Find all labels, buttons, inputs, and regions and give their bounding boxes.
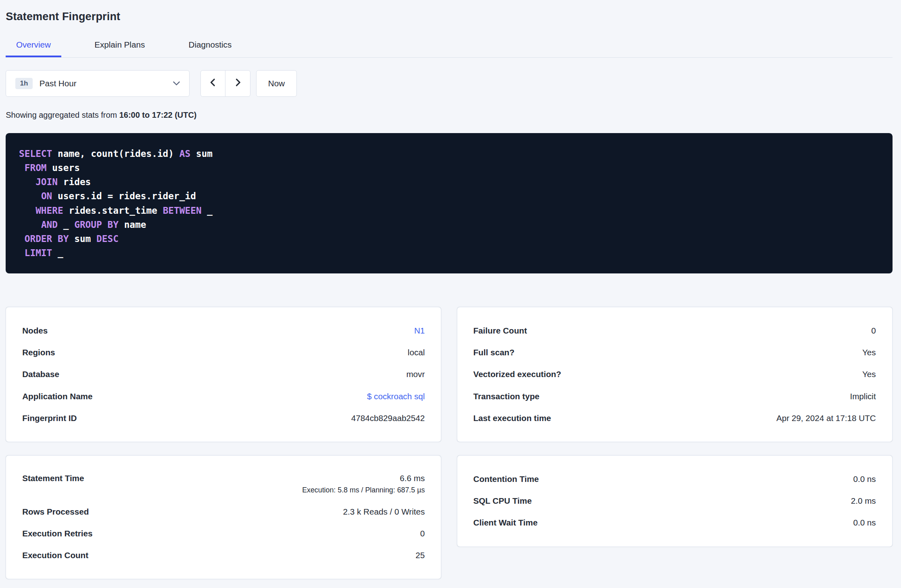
sql-line: ON users.id = rides.rider_id	[19, 189, 879, 203]
row-value: 2.0 ms	[851, 496, 876, 506]
row-full-scan: Full scan? Yes	[473, 342, 876, 363]
page-title: Statement Fingerprint	[6, 10, 892, 23]
summary-cards: Nodes N1 Regions local Database movr App…	[6, 307, 892, 588]
row-rows-processed: Rows Processed 2.3 k Reads / 0 Writes	[22, 501, 425, 523]
range-step-group	[200, 70, 250, 97]
statement-fingerprint-page: Statement Fingerprint Overview Explain P…	[0, 0, 901, 588]
time-range-dropdown[interactable]: 1h Past Hour	[6, 70, 190, 97]
row-label: SQL CPU Time	[473, 496, 532, 506]
row-label: Nodes	[22, 326, 48, 336]
sql-code: SELECT name, count(rides.id) AS sum FROM…	[19, 147, 879, 261]
sql-line: JOIN rides	[19, 175, 879, 189]
row-fingerprint-id: Fingerprint ID 4784cb829aab2542	[22, 407, 425, 429]
row-label: Application Name	[22, 392, 92, 401]
row-value: 4784cb829aab2542	[351, 413, 425, 423]
row-label: Execution Retries	[22, 529, 92, 538]
sql-line: ORDER BY sum DESC	[19, 232, 879, 246]
row-execution-retries: Execution Retries 0	[22, 523, 425, 544]
tab-overview[interactable]: Overview	[6, 34, 61, 57]
row-value: movr	[406, 369, 425, 379]
row-database: Database movr	[22, 363, 425, 385]
chevron-right-icon	[233, 78, 242, 89]
row-label: Last execution time	[473, 413, 551, 423]
row-label: Rows Processed	[22, 507, 89, 517]
application-name-link[interactable]: $ cockroach sql	[367, 392, 425, 401]
row-label: Client Wait Time	[473, 518, 538, 528]
aggregated-stats-text: Showing aggregated stats from 16:00 to 1…	[6, 111, 892, 120]
row-value: 6.6 ms Execution: 5.8 ms / Planning: 687…	[302, 473, 425, 494]
row-vectorized-execution: Vectorized execution? Yes	[473, 363, 876, 385]
row-regions: Regions local	[22, 342, 425, 363]
row-value: 25	[415, 550, 425, 560]
row-label: Full scan?	[473, 348, 515, 357]
execution-attributes-card: Failure Count 0 Full scan? Yes Vectorize…	[457, 307, 893, 442]
row-value: 0.0 ns	[853, 474, 876, 484]
row-execution-count: Execution Count 25	[22, 544, 425, 566]
row-value: local	[408, 348, 425, 357]
row-label: Statement Time	[22, 473, 84, 483]
nodes-link[interactable]: N1	[414, 326, 425, 336]
row-client-wait-time: Client Wait Time 0.0 ns	[473, 512, 876, 534]
sql-line: AND _ GROUP BY name	[19, 218, 879, 232]
row-value: Yes	[862, 348, 876, 357]
prev-range-button[interactable]	[200, 70, 226, 97]
row-application-name: Application Name $ cockroach sql	[22, 385, 425, 407]
chevron-down-icon	[173, 81, 180, 85]
row-value: 0.0 ns	[853, 518, 876, 528]
row-label: Vectorized execution?	[473, 369, 561, 379]
row-transaction-type: Transaction type Implicit	[473, 385, 876, 407]
time-range-label: Past Hour	[40, 79, 77, 88]
row-value: 2.3 k Reads / 0 Writes	[343, 507, 425, 517]
chevron-left-icon	[209, 78, 218, 89]
row-value: Apr 29, 2024 at 17:18 UTC	[776, 413, 876, 423]
row-sql-cpu-time: SQL CPU Time 2.0 ms	[473, 490, 876, 512]
sql-line: WHERE rides.start_time BETWEEN _	[19, 204, 879, 218]
tab-explain-plans[interactable]: Explain Plans	[84, 34, 155, 57]
time-controls: 1h Past Hour Now	[6, 70, 892, 97]
sql-line: SELECT name, count(rides.id) AS sum	[19, 147, 879, 161]
row-value: 0	[420, 529, 425, 538]
sql-statement-box: SELECT name, count(rides.id) AS sum FROM…	[6, 133, 892, 273]
row-label: Database	[22, 369, 59, 379]
tab-bar: Overview Explain Plans Diagnostics	[6, 34, 892, 58]
row-value: Implicit	[850, 392, 876, 401]
now-button[interactable]: Now	[256, 70, 296, 97]
overview-card: Nodes N1 Regions local Database movr App…	[6, 307, 441, 442]
stats-range: 16:00 to 17:22 (UTC)	[119, 111, 197, 119]
row-label: Contention Time	[473, 474, 539, 484]
time-range-badge: 1h	[15, 78, 33, 89]
stats-prefix: Showing aggregated stats from	[6, 111, 119, 119]
statement-time-value: 6.6 ms	[302, 473, 425, 483]
next-range-button[interactable]	[225, 70, 250, 97]
sql-line: FROM users	[19, 161, 879, 175]
row-value: Yes	[862, 369, 876, 379]
row-label: Failure Count	[473, 326, 527, 336]
row-label: Regions	[22, 348, 55, 357]
row-label: Fingerprint ID	[22, 413, 77, 423]
row-nodes: Nodes N1	[22, 320, 425, 342]
wait-time-card: Contention Time 0.0 ns SQL CPU Time 2.0 …	[457, 455, 893, 547]
sql-line: LIMIT _	[19, 246, 879, 260]
statement-timing-card: Statement Time 6.6 ms Execution: 5.8 ms …	[6, 455, 441, 580]
row-last-execution-time: Last execution time Apr 29, 2024 at 17:1…	[473, 407, 876, 429]
row-value: 0	[871, 326, 876, 336]
row-contention-time: Contention Time 0.0 ns	[473, 468, 876, 490]
row-label: Execution Count	[22, 550, 88, 560]
statement-time-detail: Execution: 5.8 ms / Planning: 687.5 µs	[302, 486, 425, 494]
row-label: Transaction type	[473, 392, 540, 401]
tab-diagnostics[interactable]: Diagnostics	[178, 34, 242, 57]
row-statement-time: Statement Time 6.6 ms Execution: 5.8 ms …	[22, 468, 425, 501]
row-failure-count: Failure Count 0	[473, 320, 876, 342]
